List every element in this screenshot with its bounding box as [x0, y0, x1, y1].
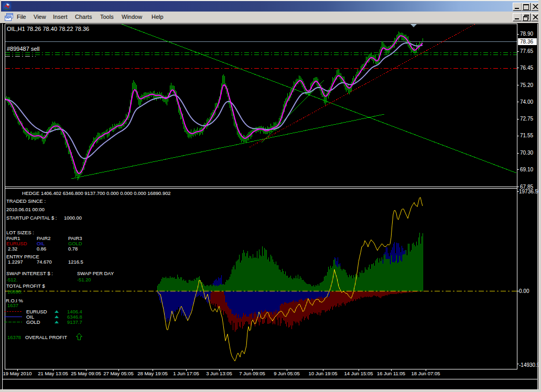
- svg-text:69.10: 69.10: [520, 167, 533, 172]
- svg-text:0.00: 0.00: [519, 288, 529, 294]
- svg-text:OIL,H1 78.26 78.40 78.22 78.3: OIL,H1 78.26 78.40 78.22 78.36: [7, 26, 89, 32]
- svg-text:2010.06.01 00:00: 2010.06.01 00:00: [6, 206, 45, 212]
- svg-text:77.65: 77.65: [520, 48, 533, 54]
- svg-text:9137.7: 9137.7: [67, 319, 82, 325]
- svg-text:TRADED SINCE :: TRADED SINCE :: [6, 198, 46, 204]
- svg-text:#899487 sell: #899487 sell: [7, 46, 39, 52]
- svg-text:0.86: 0.86: [37, 246, 46, 252]
- svg-text:1216.5: 1216.5: [68, 259, 83, 265]
- svg-text:OIL: OIL: [37, 241, 45, 246]
- svg-text:76.45: 76.45: [520, 65, 533, 71]
- svg-text:1.2297: 1.2297: [8, 259, 23, 265]
- svg-text:EURUSD: EURUSD: [6, 241, 27, 246]
- svg-text:GOLD: GOLD: [68, 241, 82, 246]
- svg-text:2.32: 2.32: [8, 246, 17, 252]
- svg-text:-51.20: -51.20: [77, 277, 91, 282]
- svg-text:SWAP INTEREST $ :: SWAP INTEREST $ :: [6, 270, 53, 276]
- svg-text:9 Jun 05:05: 9 Jun 05:05: [274, 371, 300, 376]
- svg-text:72.75: 72.75: [520, 116, 533, 122]
- svg-text:74.00: 74.00: [520, 99, 533, 105]
- svg-text:16890.: 16890.: [7, 289, 23, 295]
- svg-text:TOTAL PROFIT $: TOTAL PROFIT $: [6, 283, 45, 289]
- svg-text:78.36: 78.36: [520, 39, 533, 45]
- svg-text:18 Jun 07:05: 18 Jun 07:05: [412, 371, 440, 376]
- svg-text:GOLD: GOLD: [26, 319, 40, 325]
- svg-text:1000.00: 1000.00: [64, 215, 82, 221]
- svg-text:-14930.9: -14930.9: [519, 362, 540, 368]
- svg-text:14 Jun 15:05: 14 Jun 15:05: [344, 371, 373, 376]
- svg-text:1 Jun 17:05: 1 Jun 17:05: [173, 371, 199, 376]
- svg-text:19 May 2010: 19 May 2010: [3, 371, 32, 376]
- svg-text:70.30: 70.30: [520, 150, 533, 156]
- svg-text:3 Jun 13:05: 3 Jun 13:05: [206, 371, 232, 376]
- svg-text:7 Jun 09:05: 7 Jun 09:05: [239, 371, 265, 376]
- svg-text:28 May 19:05: 28 May 19:05: [137, 371, 168, 376]
- svg-text:HEDGE 1406.402 6346.800 9137.7: HEDGE 1406.402 6346.800 9137.700 0.000 0…: [22, 190, 171, 196]
- svg-text:78.90: 78.90: [520, 31, 533, 37]
- svg-text:71.55: 71.55: [520, 133, 533, 138]
- svg-text:21 May 13:05: 21 May 13:05: [38, 371, 68, 376]
- svg-text:16 Jun 11:05: 16 Jun 11:05: [377, 371, 405, 376]
- svg-text:75.20: 75.20: [520, 82, 533, 88]
- svg-text:25 May 09:05: 25 May 09:05: [71, 371, 101, 376]
- svg-text:0.78: 0.78: [68, 246, 78, 252]
- svg-text:16378: 16378: [7, 334, 21, 340]
- svg-text:-512.: -512.: [6, 277, 17, 282]
- svg-text:10 Jun 19:05: 10 Jun 19:05: [309, 371, 338, 376]
- svg-text:LOT SIZES :: LOT SIZES :: [6, 230, 34, 235]
- svg-text:27 May 05:05: 27 May 05:05: [103, 371, 134, 376]
- svg-text:OVERALL PROFIT: OVERALL PROFIT: [25, 334, 67, 340]
- svg-text:1637: 1637: [7, 302, 18, 308]
- svg-text:74.670: 74.670: [37, 259, 52, 265]
- svg-text:STARTUP CAPITAL $ :: STARTUP CAPITAL $ :: [6, 215, 57, 221]
- svg-text:SWAP PER DAY: SWAP PER DAY: [77, 270, 114, 276]
